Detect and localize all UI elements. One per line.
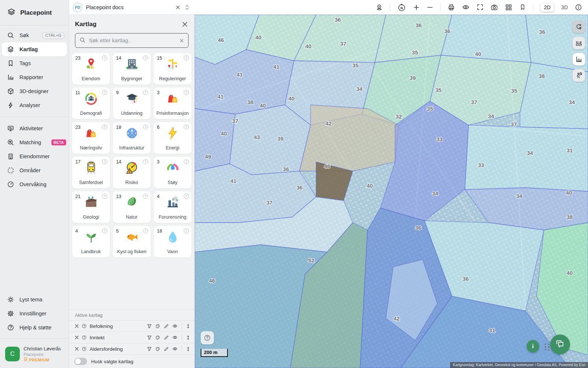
- kartlag-category-card-utdanning[interactable]: 9 ? Utdanning: [113, 88, 151, 119]
- panel-close-icon[interactable]: [181, 21, 189, 28]
- clear-search-icon[interactable]: [179, 38, 184, 43]
- tab-close-icon[interactable]: [175, 4, 181, 10]
- remove-layer-icon[interactable]: [74, 335, 79, 340]
- palette-icon[interactable]: [155, 335, 161, 340]
- help-icon[interactable]: ?: [143, 194, 148, 199]
- edit-style-icon[interactable]: [164, 346, 169, 352]
- kartlag-category-card-landbruk[interactable]: 4 ? Landbruk: [72, 226, 110, 258]
- help-icon[interactable]: ?: [102, 159, 107, 164]
- help-icon[interactable]: ?: [184, 194, 189, 199]
- user-profile[interactable]: C Christian Løverås Placepoint PREMIUM: [0, 342, 69, 368]
- zoom-out-icon[interactable]: [427, 4, 433, 11]
- print-icon[interactable]: [448, 4, 455, 11]
- kartlag-category-card-risiko[interactable]: 14 ? Risiko: [113, 157, 151, 188]
- sidebar-item-matching[interactable]: Matching BETA: [0, 135, 69, 149]
- fullscreen-icon[interactable]: [477, 4, 484, 11]
- help-icon[interactable]: ?: [184, 228, 189, 233]
- map-region[interactable]: [230, 105, 311, 175]
- street-view-icon[interactable]: [376, 4, 383, 11]
- bookmark-icon[interactable]: [519, 4, 526, 11]
- sidebar-item-lyst-tema[interactable]: Lyst tema: [0, 293, 69, 307]
- info-icon[interactable]: [575, 4, 582, 11]
- palette-icon[interactable]: [155, 323, 161, 329]
- visibility-icon[interactable]: [172, 323, 178, 329]
- sidebar-item-analyser[interactable]: Analyser: [0, 98, 69, 112]
- qr-code-icon[interactable]: [505, 4, 512, 11]
- statistics-tool-button[interactable]: [573, 53, 585, 66]
- help-icon[interactable]: ?: [184, 55, 189, 60]
- kartlag-category-card-n-ringsliv[interactable]: 23 ? U Næringsliv: [72, 122, 110, 154]
- travel-time-tool-button[interactable]: [573, 69, 585, 82]
- kartlag-category-card-natur[interactable]: 13 ? Natur: [113, 191, 151, 223]
- zoom-in-icon[interactable]: [413, 4, 420, 11]
- kartlag-category-card-bygninger[interactable]: 14 ? Bygninger: [113, 53, 151, 85]
- help-icon[interactable]: ?: [143, 228, 148, 233]
- visibility-icon[interactable]: [172, 346, 178, 352]
- map-region[interactable]: [441, 15, 531, 63]
- reorder-layer-icon[interactable]: [186, 323, 191, 329]
- remember-layers-toggle[interactable]: [74, 358, 87, 365]
- kartlag-category-card-forurensning[interactable]: 4 ? Forurensning: [154, 191, 191, 223]
- compass-icon[interactable]: N: [397, 3, 406, 12]
- sidebar-item-omrader[interactable]: Områder: [0, 163, 69, 177]
- kartlag-category-card-energi[interactable]: 6 ? Energi: [154, 122, 191, 154]
- filter-icon[interactable]: [147, 335, 152, 340]
- layer-info-icon[interactable]: [82, 346, 87, 351]
- palette-icon[interactable]: [155, 346, 161, 352]
- help-icon[interactable]: ?: [143, 124, 148, 130]
- kartlag-search[interactable]: [75, 33, 189, 48]
- sidebar-item-aktiviteter[interactable]: Aktiviteter: [0, 121, 69, 135]
- edit-style-icon[interactable]: [164, 323, 169, 329]
- map-basemap[interactable]: 4640364037363636354035414139383435413840…: [195, 15, 588, 368]
- kartlag-category-card-vann[interactable]: 18 ? Vann: [154, 226, 191, 258]
- visibility-icon[interactable]: [172, 335, 178, 340]
- help-icon[interactable]: ?: [102, 90, 107, 95]
- help-icon[interactable]: ?: [102, 55, 107, 60]
- tab-placepoint-docs[interactable]: PD Placepoint docs: [69, 3, 195, 12]
- measure-tool-button[interactable]: [573, 37, 585, 49]
- help-icon[interactable]: ?: [143, 55, 148, 60]
- sidebar-item-rapporter[interactable]: Rapporter: [0, 70, 69, 84]
- select-rotate-tool-button[interactable]: [573, 21, 585, 33]
- tab-reorder-icon[interactable]: [184, 4, 190, 10]
- sidebar-item-innstillinger[interactable]: Innstillinger: [0, 307, 69, 321]
- view-3d-button[interactable]: 3D: [561, 4, 568, 10]
- app-logo[interactable]: Placepoint: [0, 0, 69, 24]
- help-icon[interactable]: ?: [184, 159, 189, 164]
- map-region[interactable]: [195, 109, 235, 171]
- view-2d-button[interactable]: 2D: [540, 3, 554, 12]
- search-input[interactable]: [89, 38, 176, 43]
- filter-icon[interactable]: [147, 323, 152, 329]
- camera-icon[interactable]: [491, 4, 498, 11]
- kartlag-category-card-st-y[interactable]: 3 ? Støy: [154, 157, 191, 188]
- layer-info-icon[interactable]: [82, 335, 87, 340]
- kartlag-category-card-eiendom[interactable]: 23 ? Eiendom: [72, 53, 110, 85]
- help-icon[interactable]: ?: [102, 228, 107, 233]
- kartlag-category-card-kyst-og-fiskeri[interactable]: 5 ? Kyst og fiskeri: [113, 226, 151, 258]
- help-icon[interactable]: ?: [102, 194, 107, 199]
- kartlag-category-card-infrastruktur[interactable]: 18 ? Infrastruktur: [113, 122, 151, 154]
- chat-button[interactable]: [550, 335, 570, 354]
- eye-icon[interactable]: [462, 3, 470, 11]
- kartlag-category-card-prisinformasjon[interactable]: 3 ? U Prisinformasjon: [154, 88, 191, 119]
- reorder-layer-icon[interactable]: [186, 346, 191, 352]
- sidebar-item-3d-designer[interactable]: 3D-designer: [0, 84, 69, 98]
- sidebar-item-hjelp[interactable]: Hjelp & støtte: [0, 321, 69, 335]
- sidebar-item-tags[interactable]: Tags: [0, 56, 69, 70]
- help-icon[interactable]: ?: [143, 90, 148, 95]
- sidebar-item-eiendommer[interactable]: Eiendommer: [0, 149, 69, 163]
- drag-handle-icon[interactable]: [545, 344, 550, 351]
- filter-icon[interactable]: [147, 346, 152, 352]
- edit-style-icon[interactable]: [164, 335, 169, 340]
- remove-layer-icon[interactable]: [74, 323, 79, 329]
- sidebar-item-kartlag[interactable]: Kartlag: [2, 42, 67, 56]
- remove-layer-icon[interactable]: [74, 346, 79, 351]
- help-icon[interactable]: ?: [102, 124, 107, 130]
- kartlag-category-card-reguleringer[interactable]: 15 ? Reguleringer: [154, 53, 191, 85]
- help-icon[interactable]: ?: [184, 90, 189, 95]
- map-help-button[interactable]: [201, 331, 214, 344]
- map-canvas[interactable]: 4640364037363636354035414139383435413840…: [195, 15, 588, 368]
- sidebar-item-overvaking[interactable]: Overvåking: [0, 177, 69, 191]
- kartlag-category-card-demografi[interactable]: 11 ? Demografi: [72, 88, 110, 119]
- kartlag-category-card-geologi[interactable]: 21 ? Geologi: [72, 191, 110, 223]
